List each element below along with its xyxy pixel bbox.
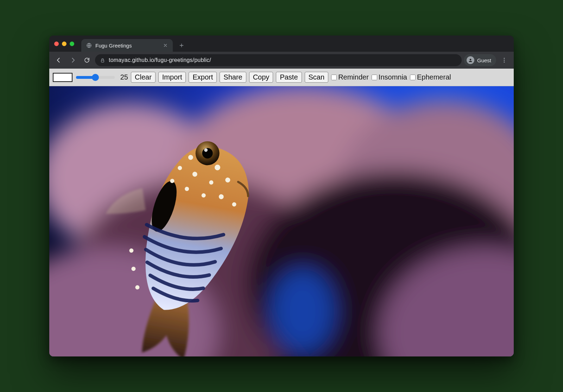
reminder-checkbox[interactable]: Reminder [331, 73, 369, 81]
window-minimize-button[interactable] [62, 42, 67, 46]
ephemeral-checkbox[interactable]: Ephemeral [410, 73, 451, 81]
brush-size-slider[interactable] [76, 76, 115, 79]
url-text: tomayac.github.io/fugu-greetings/public/ [109, 57, 457, 63]
globe-icon [86, 43, 92, 48]
browser-window: Fugu Greetings [49, 36, 514, 356]
import-button[interactable]: Import [158, 72, 186, 83]
ephemeral-label: Ephemeral [417, 73, 451, 81]
drawing-canvas[interactable] [49, 86, 514, 356]
svg-rect-1 [101, 60, 104, 62]
lock-icon [100, 58, 105, 63]
ephemeral-checkbox-input[interactable] [410, 75, 416, 80]
tab-title: Fugu Greetings [95, 43, 159, 49]
browser-menu-button[interactable] [498, 54, 510, 66]
forward-button[interactable] [67, 54, 79, 66]
svg-point-2 [470, 59, 472, 61]
paste-button[interactable]: Paste [276, 72, 302, 83]
svg-point-3 [504, 58, 505, 59]
toolbar-row: tomayac.github.io/fugu-greetings/public/… [49, 52, 514, 69]
avatar-icon [467, 56, 474, 64]
reminder-label: Reminder [338, 73, 369, 81]
window-zoom-button[interactable] [70, 42, 74, 46]
svg-point-14 [271, 269, 334, 353]
svg-point-5 [504, 62, 505, 63]
insomnia-label: Insomnia [379, 73, 407, 81]
profile-label: Guest [477, 57, 491, 63]
page-viewport: 25 Clear Import Export Share Copy Paste … [49, 69, 514, 356]
reload-button[interactable] [81, 54, 93, 66]
close-tab-button[interactable] [162, 42, 169, 49]
address-bar[interactable]: tomayac.github.io/fugu-greetings/public/ [95, 54, 462, 66]
brush-size-value: 25 [118, 73, 128, 81]
insomnia-checkbox-input[interactable] [372, 75, 377, 80]
window-controls [54, 42, 74, 46]
scan-button[interactable]: Scan [305, 72, 329, 83]
clear-button[interactable]: Clear [131, 72, 156, 83]
app-toolbar: 25 Clear Import Export Share Copy Paste … [49, 69, 514, 86]
insomnia-checkbox[interactable]: Insomnia [372, 73, 407, 81]
color-swatch[interactable] [53, 73, 72, 82]
tab-strip: Fugu Greetings [49, 36, 514, 52]
canvas-image [49, 86, 514, 356]
export-button[interactable]: Export [189, 72, 217, 83]
reminder-checkbox-input[interactable] [331, 75, 337, 80]
back-button[interactable] [53, 54, 65, 66]
svg-point-4 [504, 60, 505, 61]
profile-button[interactable]: Guest [464, 54, 496, 66]
share-button[interactable]: Share [220, 72, 246, 83]
window-close-button[interactable] [54, 42, 59, 46]
browser-tab[interactable]: Fugu Greetings [81, 39, 173, 52]
new-tab-button[interactable] [176, 40, 187, 51]
copy-button[interactable]: Copy [249, 72, 273, 83]
